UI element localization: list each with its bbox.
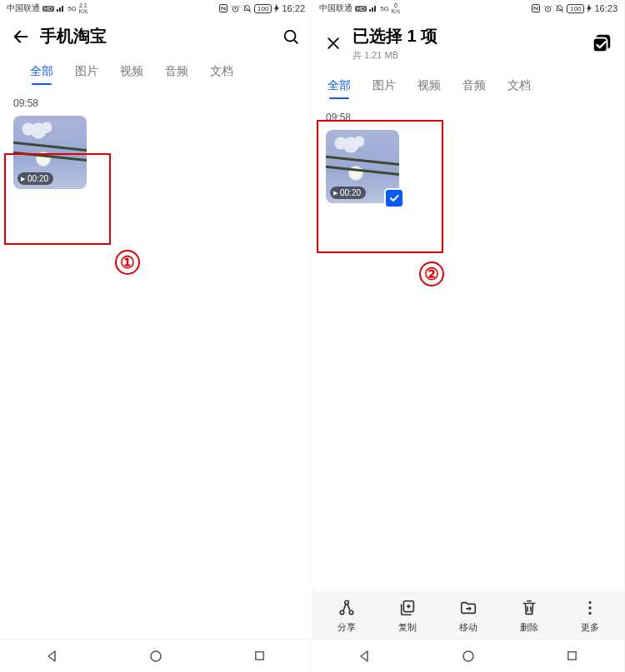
carrier-label: 中国联通 <box>7 2 40 14</box>
net-speed: 2.1 K/s <box>79 2 88 14</box>
screen-before: 中国联通 HD 5G 2.1 K/s 100 <box>0 0 312 672</box>
copy-icon <box>398 598 418 618</box>
group-time: 09:58 <box>326 112 611 123</box>
content-area: 09:58 00:20 <box>312 102 624 591</box>
video-thumbnail[interactable]: 00:20 <box>13 116 87 189</box>
tabs: 全部 图片 视频 音频 文档 <box>0 54 312 87</box>
tab-image[interactable]: 图片 <box>75 59 98 87</box>
nfc-icon <box>218 3 228 13</box>
alarm-icon <box>543 4 552 13</box>
svg-point-13 <box>589 601 592 604</box>
svg-point-14 <box>589 606 592 609</box>
move-icon <box>458 598 478 618</box>
tab-image[interactable]: 图片 <box>372 73 396 102</box>
net-speed: 0 K/s <box>392 2 400 14</box>
select-all-button[interactable] <box>591 32 612 54</box>
charging-icon <box>274 4 279 12</box>
duration-badge: 00:20 <box>330 187 366 199</box>
svg-point-3 <box>151 651 161 661</box>
svg-rect-17 <box>568 652 576 660</box>
trash-icon <box>519 598 539 618</box>
signal-icon <box>369 5 378 12</box>
status-bar: 中国联通 HD 5G 0 K/s 100 <box>312 0 624 17</box>
svg-point-10 <box>349 610 353 615</box>
tab-video[interactable]: 视频 <box>120 59 143 87</box>
clock-label: 16:22 <box>282 3 305 13</box>
nav-home[interactable] <box>148 648 164 665</box>
network-5g: 5G <box>380 5 389 12</box>
more-label: 更多 <box>581 621 599 634</box>
network-5g: 5G <box>68 5 77 12</box>
copy-label: 复制 <box>398 621 417 634</box>
copy-button[interactable]: 复制 <box>398 598 418 634</box>
share-label: 分享 <box>338 621 356 634</box>
more-icon <box>580 598 600 618</box>
tab-doc[interactable]: 文档 <box>210 59 233 87</box>
page-title: 手机淘宝 <box>40 25 282 47</box>
nav-back[interactable] <box>356 648 372 665</box>
page-subtitle: 共 1.21 MB <box>352 49 591 62</box>
hd-icon: HD <box>42 6 54 12</box>
tab-all[interactable]: 全部 <box>30 59 53 87</box>
screen-after: 中国联通 HD 5G 0 K/s 100 <box>312 0 625 672</box>
svg-rect-4 <box>256 652 263 660</box>
charging-icon <box>587 4 592 12</box>
svg-rect-8 <box>593 38 608 52</box>
move-label: 移动 <box>459 621 478 634</box>
delete-label: 删除 <box>520 621 538 634</box>
content-area: 09:58 00:20 <box>0 87 312 639</box>
nav-home[interactable] <box>460 648 477 665</box>
tab-audio[interactable]: 音频 <box>165 59 188 87</box>
svg-point-9 <box>340 610 344 615</box>
group-time: 09:58 <box>13 97 298 109</box>
share-icon <box>337 598 357 618</box>
more-button[interactable]: 更多 <box>580 598 600 634</box>
video-thumbnail[interactable]: 00:20 <box>326 130 399 203</box>
nav-back[interactable] <box>43 648 60 665</box>
search-button[interactable] <box>282 27 300 46</box>
mute-icon <box>555 4 564 13</box>
tab-doc[interactable]: 文档 <box>508 73 531 102</box>
duration-badge: 00:20 <box>18 172 53 185</box>
hd-icon: HD <box>355 6 367 12</box>
nav-recent[interactable] <box>252 648 268 665</box>
annotation-callout-2: ② <box>419 261 444 286</box>
system-nav <box>312 639 624 672</box>
close-icon[interactable] <box>324 34 342 52</box>
move-button[interactable]: 移动 <box>458 598 478 634</box>
battery-icon: 100 <box>254 4 272 13</box>
tabs: 全部 图片 视频 音频 文档 <box>312 68 624 102</box>
battery-icon: 100 <box>567 4 584 13</box>
carrier-label: 中国联通 <box>319 2 352 14</box>
share-button[interactable]: 分享 <box>337 598 357 634</box>
tab-audio[interactable]: 音频 <box>462 73 486 102</box>
tab-all[interactable]: 全部 <box>328 73 351 102</box>
signal-icon <box>57 5 65 12</box>
svg-point-2 <box>285 30 296 41</box>
delete-button[interactable]: 删除 <box>519 598 539 634</box>
system-nav <box>0 639 312 672</box>
svg-point-15 <box>589 612 592 615</box>
alarm-icon <box>231 4 240 13</box>
annotation-callout-1: ① <box>115 250 140 275</box>
tab-video[interactable]: 视频 <box>418 73 441 102</box>
status-bar: 中国联通 HD 5G 2.1 K/s 100 <box>0 0 312 17</box>
clock-label: 16:23 <box>594 3 618 13</box>
bottom-toolbar: 分享 复制 移动 删除 更多 <box>312 591 624 639</box>
header: 手机淘宝 <box>0 17 312 54</box>
mute-icon <box>242 4 252 13</box>
svg-point-16 <box>463 651 473 661</box>
back-icon[interactable] <box>12 27 30 46</box>
nav-recent[interactable] <box>564 648 581 665</box>
page-title: 已选择 1 项 <box>352 25 591 47</box>
selected-check-icon[interactable] <box>384 188 404 208</box>
nfc-icon <box>531 3 541 13</box>
header: 已选择 1 项 共 1.21 MB <box>312 17 624 68</box>
